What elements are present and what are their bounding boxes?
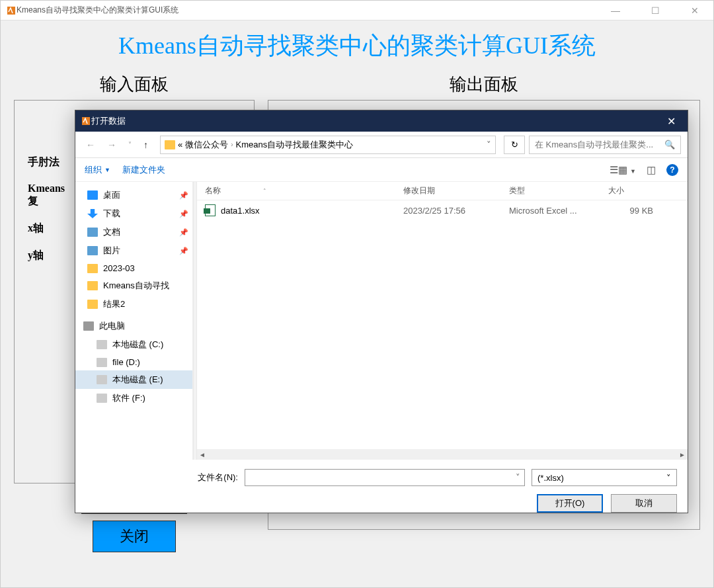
breadcrumb-part[interactable]: 微信公众号 [185,139,228,151]
matlab-icon [81,116,91,126]
close-app-button[interactable]: 关闭 [93,521,176,552]
view-options-button[interactable]: ☰▦ ▼ [610,164,636,176]
filename-label: 文件名(N): [185,472,238,483]
file-type: Microsoft Excel ... [501,206,600,216]
search-icon: 🔍 [664,140,675,149]
dialog-footer: 文件名(N): ˅ (*.xlsx) ˅ 打开(O) 取消 [75,460,688,522]
column-size[interactable]: 大小 [600,185,653,196]
column-type[interactable]: 类型 [501,185,600,196]
file-size: 99 KB [600,206,653,216]
folder-icon [87,264,98,273]
dialog-title: 打开数据 [91,115,126,127]
nav-recent-button[interactable]: ˅ [124,138,136,151]
tree-item-folder[interactable]: Kmeans自动寻找 [75,276,192,295]
filename-input-wrap: ˅ [245,469,525,486]
document-icon [87,228,98,237]
tree-item-drive-c[interactable]: 本地磁盘 (C:) [75,335,192,354]
breadcrumb-dropdown[interactable]: ˅ [487,140,491,149]
tree-item-documents[interactable]: 文档📌 [75,223,192,241]
search-input[interactable] [535,140,660,149]
nav-forward-button[interactable]: → [103,137,120,153]
tree-item-drive-e[interactable]: 本地磁盘 (E:) [75,370,192,389]
tree-item-folder[interactable]: 2023-03 [75,260,192,276]
horizontal-scrollbar[interactable]: ◄ ► [197,449,688,460]
cancel-button[interactable]: 取消 [611,494,677,513]
open-button[interactable]: 打开(O) [537,494,603,513]
app-title: Kmeans自动寻找聚类中心的聚类计算GUI系统 [1,21,713,66]
nav-back-button[interactable]: ← [82,137,99,153]
input-panel-title: 输入面板 [14,73,255,96]
xlsx-icon [205,204,216,216]
nav-up-button[interactable]: ↑ [139,137,152,153]
drive-icon [97,340,107,349]
help-button[interactable]: ? [666,164,678,176]
breadcrumb-sep: « [178,140,182,149]
main-titlebar: Kmeans自动寻找聚类中心的聚类计算GUI系统 — ☐ ✕ [1,1,713,21]
filetype-select[interactable]: (*.xlsx) ˅ [532,469,677,486]
folder-icon [87,300,98,309]
pin-icon: 📌 [179,247,188,255]
filename-dropdown[interactable]: ˅ [516,472,520,482]
drive-icon [97,358,107,367]
desktop-icon [87,190,98,200]
drive-icon [97,375,107,384]
tree-item-downloads[interactable]: 下载📌 [75,204,192,223]
organize-menu[interactable]: 组织 ▼ [85,164,110,176]
scrollbar-track[interactable] [208,449,677,460]
dialog-body: 桌面📌 下载📌 文档📌 图片📌 2023-03 Kmeans自动寻找 结果2 此… [75,182,688,460]
new-folder-button[interactable]: 新建文件夹 [122,164,165,176]
file-row[interactable]: data1.xlsx 2023/2/25 17:56 Microsoft Exc… [197,200,688,220]
dialog-toolbar: 组织 ▼ 新建文件夹 ☰▦ ▼ ◫ ? [75,158,688,182]
drive-icon [97,394,107,403]
search-box[interactable]: 🔍 [529,136,681,154]
file-date: 2023/2/25 17:56 [395,206,501,216]
close-button[interactable]: ✕ [682,5,708,16]
tree-item-drive-f[interactable]: 软件 (F:) [75,389,192,407]
folder-tree: 桌面📌 下载📌 文档📌 图片📌 2023-03 Kmeans自动寻找 结果2 此… [75,182,193,460]
dialog-navbar: ← → ˅ ↑ « 微信公众号 › Kmeans自动寻找最佳聚类中心 ˅ ↻ 🔍 [75,132,688,158]
refresh-button[interactable]: ↻ [504,136,525,154]
breadcrumb-part[interactable]: Kmeans自动寻找最佳聚类中心 [236,139,354,151]
refresh-icon: ↻ [511,140,518,149]
tree-item-desktop[interactable]: 桌面📌 [75,186,192,204]
sort-asc-icon: ˄ [263,188,266,194]
pc-icon [83,321,94,331]
column-name[interactable]: 名称˄ [197,185,395,196]
pin-icon: 📌 [179,191,188,200]
maximize-button[interactable]: ☐ [642,5,668,16]
scroll-right-button[interactable]: ► [677,449,688,460]
matlab-icon [6,5,17,16]
preview-pane-button[interactable]: ◫ [647,164,656,176]
folder-icon [87,281,98,290]
chevron-down-icon: ˅ [666,473,671,483]
pin-icon: 📌 [179,210,188,218]
file-name: data1.xlsx [221,206,260,216]
tree-item-folder[interactable]: 结果2 [75,295,192,314]
pin-icon: 📌 [179,228,188,237]
dialog-titlebar: 打开数据 ✕ [75,110,688,132]
folder-icon [165,140,175,149]
tree-item-thispc[interactable]: 此电脑 [75,314,192,335]
tree-item-pictures[interactable]: 图片📌 [75,241,192,260]
file-list-header: 名称˄ 修改日期 类型 大小 [197,182,688,200]
tree-item-drive-d[interactable]: file (D:) [75,354,192,370]
download-icon [87,209,98,218]
minimize-button[interactable]: — [602,5,629,16]
scroll-left-button[interactable]: ◄ [197,449,208,460]
dialog-close-button[interactable]: ✕ [660,115,682,128]
picture-icon [87,246,98,255]
main-window-title: Kmeans自动寻找聚类中心的聚类计算GUI系统 [17,5,178,16]
filename-input[interactable] [249,470,507,485]
file-list-area: 名称˄ 修改日期 类型 大小 data1.xlsx 2023/2/25 17:5… [197,182,688,460]
output-panel-title: 输出面板 [268,73,700,96]
chevron-right-icon: › [231,141,233,148]
breadcrumb[interactable]: « 微信公众号 › Kmeans自动寻找最佳聚类中心 ˅ [160,136,496,154]
file-open-dialog: 打开数据 ✕ ← → ˅ ↑ « 微信公众号 › Kmeans自动寻找最佳聚类中… [75,110,688,513]
column-date[interactable]: 修改日期 [395,185,501,196]
